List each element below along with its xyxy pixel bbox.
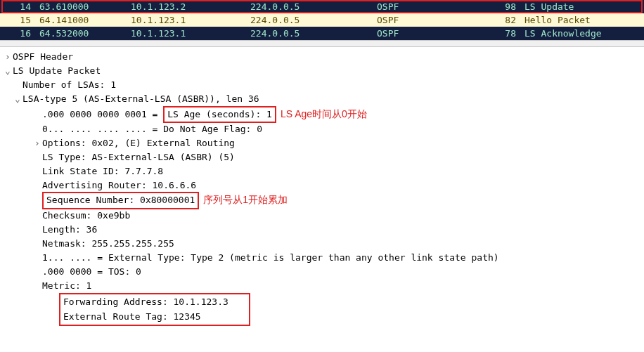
ls-age-bits: .000 0000 0000 0001 = xyxy=(42,109,163,119)
ls-type: LS Type: AS-External-LSA (ASBR) (5) xyxy=(3,150,644,164)
collapse-icon[interactable]: ⌄ xyxy=(13,92,22,106)
lsa-type5-node[interactable]: ⌄LSA-type 5 (AS-External-LSA (ASBR)), le… xyxy=(3,92,644,106)
cell-info: Hello Packet xyxy=(520,13,644,27)
cell-time: 64.141000 xyxy=(35,13,127,27)
cell-info: LS Update xyxy=(520,0,644,13)
packet-list: 1463.61000010.1.123.2224.0.0.5OSPF98LS U… xyxy=(0,0,644,40)
cell-src: 10.1.123.1 xyxy=(127,27,246,40)
cell-info: LS Acknowledge xyxy=(520,27,644,40)
cell-len: 78 xyxy=(492,27,520,40)
packet-details: ›OSPF Header ⌄LS Update Packet Number of… xyxy=(0,47,644,332)
cell-proto: OSPF xyxy=(373,0,492,13)
cell-src: 10.1.123.1 xyxy=(127,13,246,27)
ext-tag: External Route Tag: 12345 xyxy=(63,310,246,324)
options-node[interactable]: ›Options: 0x02, (E) External Routing xyxy=(3,136,644,150)
cell-proto: OSPF xyxy=(373,27,492,40)
netmask: Netmask: 255.255.255.255 xyxy=(3,237,644,251)
fwd-addr: Forwarding Address: 10.1.123.3 xyxy=(63,295,246,309)
ls-age-row: .000 0000 0000 0001 = LS Age (seconds): … xyxy=(3,107,644,122)
cell-dst: 224.0.0.5 xyxy=(246,27,373,40)
link-state-id: Link State ID: 7.7.7.8 xyxy=(3,164,644,178)
pane-divider[interactable] xyxy=(0,40,644,47)
do-not-age: 0... .... .... .... = Do Not Age Flag: 0 xyxy=(3,122,644,136)
tos: .000 0000 = TOS: 0 xyxy=(3,265,644,279)
cell-src: 10.1.123.2 xyxy=(127,0,246,13)
cell-time: 64.532000 xyxy=(35,27,127,40)
cell-proto: OSPF xyxy=(373,13,492,27)
ospf-header-label: OSPF Header xyxy=(13,51,73,62)
cell-no: 15 xyxy=(0,13,35,27)
expand-icon[interactable]: › xyxy=(3,50,13,64)
cell-len: 98 xyxy=(492,0,520,13)
metric: Metric: 1 xyxy=(3,279,644,293)
cell-time: 63.610000 xyxy=(35,0,127,13)
packet-row[interactable]: 1664.53200010.1.123.1224.0.0.5OSPF78LS A… xyxy=(0,27,644,40)
ext-type: 1... .... = External Type: Type 2 (metri… xyxy=(3,251,644,265)
ls-age-box: LS Age (seconds): 1 xyxy=(163,106,276,123)
checksum: Checksum: 0xe9bb xyxy=(3,209,644,223)
packet-row[interactable]: 1564.14100010.1.123.1224.0.0.5OSPF82Hell… xyxy=(0,13,644,27)
expand-icon[interactable]: › xyxy=(32,136,42,150)
lsa-type5-label: LSA-type 5 (AS-External-LSA (ASBR)), len… xyxy=(22,93,259,104)
adv-router: Advertising Router: 10.6.6.6 xyxy=(3,178,644,193)
fwd-tag-box: Forwarding Address: 10.1.123.3 External … xyxy=(59,293,250,325)
cell-dst: 224.0.0.5 xyxy=(246,0,373,13)
collapse-icon[interactable]: ⌄ xyxy=(3,64,13,78)
packet-row[interactable]: 1463.61000010.1.123.2224.0.0.5OSPF98LS U… xyxy=(0,0,644,13)
ls-update-label: LS Update Packet xyxy=(13,65,101,76)
options-label: Options: 0x02, (E) External Routing xyxy=(42,138,235,148)
seq-num-row: Sequence Number: 0x80000001序列号从1开始累加 xyxy=(3,193,644,208)
cell-dst: 224.0.0.5 xyxy=(246,13,373,27)
num-lsas: Number of LSAs: 1 xyxy=(3,78,644,92)
ls-age-annotation: LS Age时间从0开始 xyxy=(281,108,367,119)
seq-num-box: Sequence Number: 0x80000001 xyxy=(42,192,199,209)
length: Length: 36 xyxy=(3,223,644,237)
ls-update-node[interactable]: ⌄LS Update Packet xyxy=(3,64,644,78)
cell-len: 82 xyxy=(492,13,520,27)
seq-annotation: 序列号从1开始累加 xyxy=(203,194,288,205)
cell-no: 14 xyxy=(0,0,35,13)
ospf-header-node[interactable]: ›OSPF Header xyxy=(3,50,644,64)
cell-no: 16 xyxy=(0,27,35,40)
